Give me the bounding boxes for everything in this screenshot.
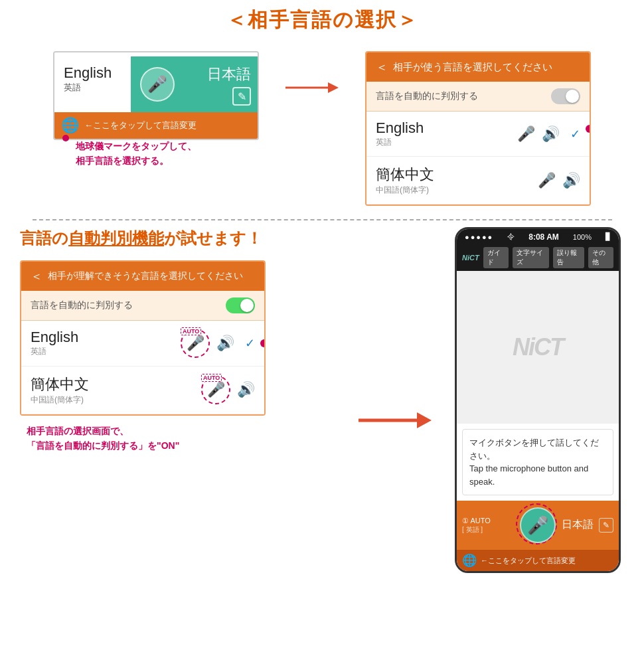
auto-lang-select-title: 相手が理解できそうな言語を選択してください xyxy=(48,270,243,282)
nav-report[interactable]: 誤り報告 xyxy=(553,247,584,268)
wifi-icon: 令 xyxy=(507,232,515,242)
auto-detect-label: 言語を自動的に判別する xyxy=(376,90,478,102)
lang-right-name: 日本語 xyxy=(207,64,251,84)
lang-left-sub: 英語 xyxy=(64,82,124,94)
edit-icon: ✎ xyxy=(238,90,246,103)
phone-jp-name: 日本語 xyxy=(562,519,594,530)
nict-watermark: NiCT xyxy=(513,333,563,361)
signal-dots: ●●●●● xyxy=(465,233,493,241)
big-arrow-right xyxy=(359,408,432,432)
back-arrow-icon[interactable]: ＜ xyxy=(376,59,388,75)
bottom-annotation: 相手言語の選択画面で、「言語を自動的に判別する」を"ON" xyxy=(20,424,179,454)
lang-item-chinese-name: 簡体中文 xyxy=(376,165,538,185)
phone-en-label: [ 英語 ] xyxy=(462,525,516,535)
phone-main-area: NiCT xyxy=(457,271,619,424)
battery-icon: ▊ xyxy=(605,232,611,241)
lang-select-header: ＜ 相手が使う言語を選択してください xyxy=(366,52,590,82)
back-arrow-icon-2[interactable]: ＜ xyxy=(31,268,42,284)
mic-dashed-chinese[interactable]: AUTO 🎤 xyxy=(201,375,230,404)
globe-icon[interactable]: 🌐 xyxy=(61,117,79,134)
lang-item-chinese-sub-2: 中国語(簡体字) xyxy=(31,394,201,406)
phone-nav-bar: NiCT ガイド 文字サイズ 誤り報告 その他 xyxy=(457,244,619,271)
auto-detect-row-2[interactable]: 言語を自動的に判別する xyxy=(21,291,264,321)
lang-item-english-name-2: English xyxy=(31,329,181,346)
phone-right-mockup: ●●●●● 令 8:08 AM 100% ▊ NiCT ガイド 文字サイズ 誤り… xyxy=(451,227,624,573)
lang-select-title: 相手が使う言語を選択してください xyxy=(393,61,552,74)
red-dot-bottom xyxy=(260,339,266,347)
edit-button[interactable]: ✎ xyxy=(232,87,251,106)
auto-lang-select-panel: ＜ 相手が理解できそうな言語を選択してください 言語を自動的に判別する Engl… xyxy=(20,260,266,416)
instruction-en: Tap the microphone button and speak. xyxy=(469,463,588,487)
phone-instruction-box: マイクボタンを押して話してください。 Tap the microphone bu… xyxy=(462,429,613,495)
speaker-icon-english-2[interactable]: 🔊 xyxy=(216,335,234,352)
phone-status-bar: ●●●●● 令 8:08 AM 100% ▊ xyxy=(457,229,619,244)
nav-fontsize[interactable]: 文字サイズ xyxy=(513,247,549,268)
phone-edit-icon[interactable]: ✎ xyxy=(599,518,613,533)
phone-auto-label: ① AUTO xyxy=(462,517,516,525)
arrow-right xyxy=(285,78,339,98)
lang-item-english[interactable]: English 英語 🎤 🔊 ✓ xyxy=(366,112,590,157)
speaker-icon-chinese[interactable]: 🔊 xyxy=(562,172,580,189)
tap-hint: ←ここをタップして言語変更 xyxy=(84,120,197,131)
status-time: 8:08 AM xyxy=(528,232,559,242)
nav-guide[interactable]: ガイド xyxy=(483,247,509,268)
phone-frame: ●●●●● 令 8:08 AM 100% ▊ NiCT ガイド 文字サイズ 誤り… xyxy=(455,227,621,573)
annotation-text: 地球儀マークをタップして、相手言語を選択する。 xyxy=(76,139,197,169)
lang-select-panel: ＜ 相手が使う言語を選択してください 言語を自動的に判別する English 英… xyxy=(365,51,591,206)
svg-marker-1 xyxy=(328,82,339,93)
lang-item-chinese[interactable]: 簡体中文 中国語(簡体字) 🎤 🔊 xyxy=(366,157,590,205)
mic-icon: 🎤 xyxy=(147,75,167,94)
instruction-jp: マイクボタンを押して話してください。 xyxy=(469,438,599,461)
section-divider xyxy=(33,219,612,220)
auto-detect-toggle-2[interactable] xyxy=(226,297,255,313)
auto-badge-english: AUTO xyxy=(181,327,201,335)
globe-icon-phone[interactable]: 🌐 xyxy=(462,553,477,568)
lang-item-chinese-2[interactable]: 簡体中文 中国語(簡体字) AUTO 🎤 🔊 xyxy=(21,367,264,414)
nav-other[interactable]: その他 xyxy=(588,247,613,268)
mic-center-button[interactable]: 🎤 xyxy=(131,56,184,112)
auto-badge-chinese: AUTO xyxy=(201,374,222,382)
lang-left-name: English xyxy=(64,64,124,82)
red-dot-indicator xyxy=(586,125,591,133)
mic-icon-english[interactable]: 🎤 xyxy=(517,125,535,143)
lang-item-english-sub-2: 英語 xyxy=(31,346,181,357)
auto-lang-select-header: ＜ 相手が理解できそうな言語を選択してください xyxy=(21,262,264,291)
check-icon-english-2: ✓ xyxy=(245,336,255,351)
auto-detect-toggle[interactable] xyxy=(551,88,580,104)
phone-left-mockup: English 英語 🎤 日本語 ✎ xyxy=(53,51,259,140)
speaker-icon-english[interactable]: 🔊 xyxy=(542,125,560,143)
page-title: ＜相手言語の選択＞ xyxy=(226,7,418,34)
nict-logo: NiCT xyxy=(462,254,479,262)
annotation-dot xyxy=(62,135,69,141)
auto-detect-label-2: 言語を自動的に判別する xyxy=(31,299,133,311)
phone-bottom-bar: ① AUTO [ 英語 ] 🎤 日本語 ✎ xyxy=(457,501,619,550)
mic-icon-chinese[interactable]: 🎤 xyxy=(538,172,556,189)
phone-globe-bottom[interactable]: 🌐 ←ここをタップして言語変更 xyxy=(457,550,619,571)
auto-detect-row[interactable]: 言語を自動的に判別する xyxy=(366,82,590,112)
svg-marker-3 xyxy=(417,412,432,428)
speaker-icon-chinese-2[interactable]: 🔊 xyxy=(237,381,255,398)
lang-item-english-2[interactable]: English 英語 AUTO 🎤 🔊 ✓ xyxy=(21,321,264,367)
lang-item-english-sub: 英語 xyxy=(376,137,517,148)
phone-mic-button[interactable]: 🎤 xyxy=(520,507,556,543)
mic-dashed-english[interactable]: AUTO 🎤 xyxy=(181,329,210,358)
check-icon-english: ✓ xyxy=(570,127,580,141)
bottom-title: 言語の自動判別機能が試せます！ xyxy=(20,227,262,250)
lang-item-chinese-name-2: 簡体中文 xyxy=(31,375,201,394)
phone-tap-hint: ←ここをタップして言語変更 xyxy=(481,556,576,566)
lang-item-english-name: English xyxy=(376,120,517,137)
battery-status: 100% xyxy=(573,233,592,241)
lang-item-chinese-sub: 中国語(簡体字) xyxy=(376,185,538,196)
